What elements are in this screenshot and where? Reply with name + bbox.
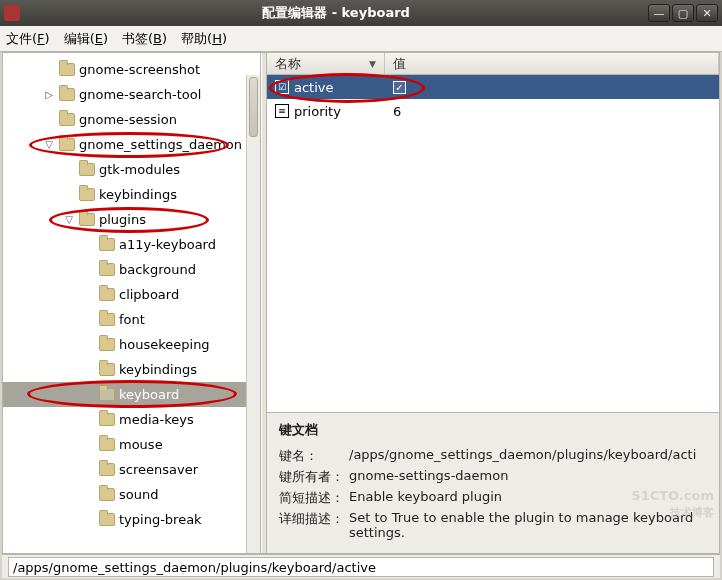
app-icon [4,5,20,21]
tree-node-media-keys[interactable]: media-keys [3,407,260,432]
doc-owner: gnome-settings-daemon [349,468,707,486]
tree-node-gnome-settings-daemon[interactable]: ▽gnome_settings_daemon [3,132,260,157]
tree-node-font[interactable]: font [3,307,260,332]
tree-node-keybindings2[interactable]: keybindings [3,357,260,382]
folder-icon [59,113,75,126]
tree-label: background [119,262,196,277]
menu-edit[interactable]: 编辑(E) [64,30,108,48]
maximize-button[interactable]: ▢ [672,4,694,22]
scrollbar[interactable] [246,75,260,553]
doc-keyname-label: 键名： [279,447,349,465]
tree-node-mouse[interactable]: mouse [3,432,260,457]
tree-label: a11y-keyboard [119,237,216,252]
tree-label: screensaver [119,462,198,477]
tree-node-gnome-screenshot[interactable]: gnome-screenshot [3,57,260,82]
folder-icon [79,163,95,176]
key-table: 名称▼ 值 ☑active✓≡priority6 [267,53,719,413]
status-path: /apps/gnome_settings_daemon/plugins/keyb… [8,557,714,577]
doc-heading: 键文档 [279,421,707,439]
tree-label: keyboard [119,387,179,402]
tree-label: gnome-search-tool [79,87,201,102]
doc-long: Set to True to enable the plugin to mana… [349,510,707,540]
tree-node-gtk-modules[interactable]: gtk-modules [3,157,260,182]
table-row[interactable]: ☑active✓ [267,75,719,99]
folder-icon [59,88,75,101]
tree-label: media-keys [119,412,194,427]
folder-icon [99,263,115,276]
tree-label: gnome-session [79,112,177,127]
tree-node-background[interactable]: background [3,257,260,282]
folder-icon [99,413,115,426]
checkbox-icon[interactable]: ✓ [393,81,406,94]
tree-label: keybindings [99,187,177,202]
tree-node-typing-break[interactable]: typing-break [3,507,260,532]
menubar: 文件(F) 编辑(E) 书签(B) 帮助(H) [0,26,722,52]
cell-key: priority [294,104,341,119]
tree-node-housekeeping[interactable]: housekeeping [3,332,260,357]
tree-label: plugins [99,212,146,227]
tree-node-sound[interactable]: sound [3,482,260,507]
tree-node-a11y-keyboard[interactable]: a11y-keyboard [3,232,260,257]
tree-label: gnome-screenshot [79,62,200,77]
tree-label: clipboard [119,287,179,302]
column-header-value[interactable]: 值 [385,53,719,74]
scrollbar-thumb[interactable] [249,77,258,137]
expander-icon[interactable]: ▷ [43,89,55,100]
cell-key: active [294,80,334,95]
tree-node-plugins[interactable]: ▽plugins [3,207,260,232]
key-doc-pane: 键文档 键名：/apps/gnome_settings_daemon/plugi… [267,413,719,553]
folder-icon [99,288,115,301]
folder-icon [99,488,115,501]
tree-label: housekeeping [119,337,210,352]
doc-short: Enable keyboard plugin [349,489,707,507]
tree-node-gnome-session[interactable]: gnome-session [3,107,260,132]
folder-icon [99,463,115,476]
tree-pane[interactable]: gnome-screenshot▷gnome-search-toolgnome-… [3,53,261,553]
tree-node-gnome-search-tool[interactable]: ▷gnome-search-tool [3,82,260,107]
doc-long-label: 详细描述： [279,510,349,540]
doc-keyname: /apps/gnome_settings_daemon/plugins/keyb… [349,447,707,465]
folder-icon [99,363,115,376]
tree-label: keybindings [119,362,197,377]
tree-label: gtk-modules [99,162,180,177]
tree-node-screensaver[interactable]: screensaver [3,457,260,482]
doc-short-label: 简短描述： [279,489,349,507]
tree-label: sound [119,487,158,502]
tree-label: mouse [119,437,163,452]
expander-icon[interactable]: ▽ [63,214,75,225]
titlebar: 配置编辑器 - keyboard — ▢ ✕ [0,0,722,26]
tree-node-keybindings[interactable]: keybindings [3,182,260,207]
menu-file[interactable]: 文件(F) [6,30,50,48]
expander-icon[interactable]: ▽ [43,139,55,150]
cell-value: 6 [393,104,401,119]
tree-label: typing-break [119,512,202,527]
tree-label: font [119,312,145,327]
folder-icon [99,338,115,351]
folder-icon [79,188,95,201]
column-header-name[interactable]: 名称▼ [267,53,385,74]
key-type-icon: ≡ [275,104,289,118]
tree-node-keyboard[interactable]: keyboard [3,382,260,407]
sort-indicator-icon: ▼ [369,59,376,69]
statusbar: /apps/gnome_settings_daemon/plugins/keyb… [2,554,720,578]
folder-icon [59,63,75,76]
menu-help[interactable]: 帮助(H) [181,30,227,48]
folder-icon [99,513,115,526]
folder-icon [99,313,115,326]
minimize-button[interactable]: — [648,4,670,22]
tree-label: gnome_settings_daemon [79,137,242,152]
folder-icon [59,138,75,151]
folder-icon [99,438,115,451]
menu-bookmarks[interactable]: 书签(B) [122,30,167,48]
tree-node-clipboard[interactable]: clipboard [3,282,260,307]
folder-icon [79,213,95,226]
window-title: 配置编辑器 - keyboard [26,4,646,22]
table-row[interactable]: ≡priority6 [267,99,719,123]
key-type-icon: ☑ [275,80,289,94]
close-button[interactable]: ✕ [696,4,718,22]
folder-icon [99,238,115,251]
doc-owner-label: 键所有者： [279,468,349,486]
folder-icon [99,388,115,401]
